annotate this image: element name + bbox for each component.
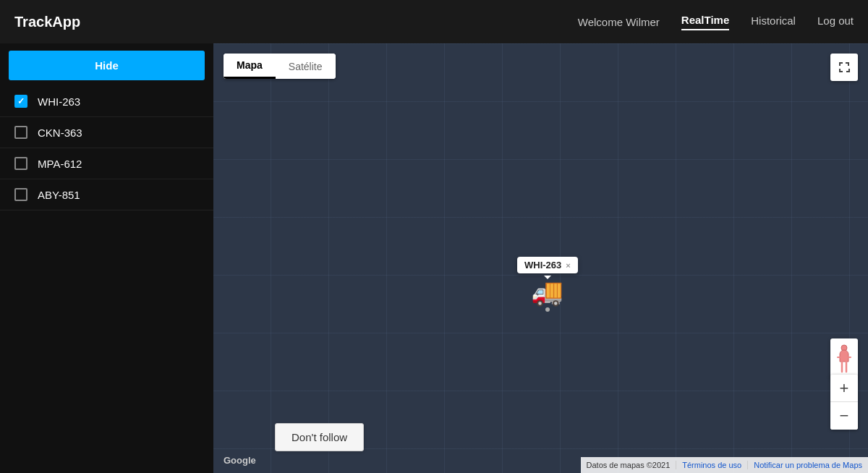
fullscreen-icon: [838, 61, 851, 74]
vehicle-label-ckn363: CKN-363: [38, 127, 82, 139]
vehicle-label-aby851: ABY-851: [38, 189, 80, 201]
checkbox-ckn363[interactable]: [14, 126, 27, 139]
vehicle-item-ckn363[interactable]: CKN-363: [0, 117, 213, 148]
sidebar: Hide WHI-263 CKN-363 MPA-612 ABY-851: [0, 43, 213, 473]
truck-marker[interactable]: WHI-263 × 🚚: [517, 257, 578, 312]
app-title: TrackApp: [14, 14, 578, 30]
zoom-controls: + −: [830, 375, 858, 430]
vehicle-item-whi263[interactable]: WHI-263: [0, 86, 213, 117]
tooltip-label: WHI-263: [524, 260, 561, 270]
fullscreen-button[interactable]: [830, 54, 858, 81]
truck-position-dot: [545, 307, 550, 312]
map-tabs: Mapa Satélite: [224, 54, 336, 79]
checkbox-mpa612[interactable]: [14, 157, 27, 170]
map-data-copyright: Datos de mapas ©2021: [581, 461, 677, 469]
header: TrackApp Welcome Wilmer RealTime Histori…: [0, 0, 868, 43]
welcome-text: Welcome Wilmer: [578, 16, 660, 28]
truck-icon: 🚚: [517, 279, 578, 305]
vehicle-label-whi263: WHI-263: [38, 95, 80, 108]
main-layout: Hide WHI-263 CKN-363 MPA-612 ABY-851 Map…: [0, 43, 868, 473]
tooltip-close-button[interactable]: ×: [566, 261, 570, 270]
tab-satelite[interactable]: Satélite: [276, 54, 336, 79]
map-report[interactable]: Notificar un problema de Maps: [748, 461, 868, 469]
vehicle-item-aby851[interactable]: ABY-851: [0, 179, 213, 210]
nav-logout[interactable]: Log out: [817, 14, 854, 30]
zoom-in-button[interactable]: +: [830, 375, 858, 402]
dont-follow-button[interactable]: Don't follow: [275, 423, 364, 451]
checkbox-aby851[interactable]: [14, 188, 27, 201]
map-container[interactable]: Mapa Satélite WHI-263 × 🚚: [213, 43, 868, 473]
streetview-icon: [836, 344, 852, 373]
nav-historical[interactable]: Historical: [751, 14, 796, 30]
vehicle-tooltip: WHI-263 ×: [517, 257, 578, 273]
vehicle-label-mpa612: MPA-612: [38, 158, 82, 170]
vehicle-item-mpa612[interactable]: MPA-612: [0, 148, 213, 179]
streetview-button[interactable]: [830, 338, 858, 379]
zoom-out-button[interactable]: −: [830, 402, 858, 430]
google-attribution: Google: [224, 455, 256, 466]
tab-mapa[interactable]: Mapa: [224, 54, 276, 79]
nav-realtime[interactable]: RealTime: [681, 14, 729, 30]
google-logo: Google: [224, 455, 256, 466]
hide-button[interactable]: Hide: [9, 51, 205, 80]
checkbox-whi263[interactable]: [14, 95, 27, 108]
nav: Welcome Wilmer RealTime Historical Log o…: [578, 14, 854, 30]
map-terms[interactable]: Términos de uso: [676, 461, 748, 469]
map-data-bar: Datos de mapas ©2021 Términos de uso Not…: [581, 457, 868, 473]
